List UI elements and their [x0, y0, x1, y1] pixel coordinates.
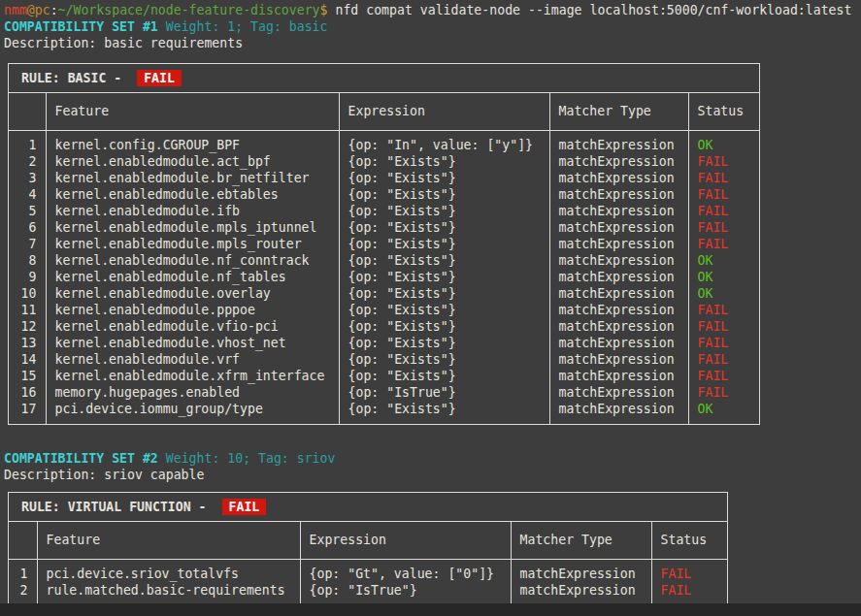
feature-cell: memory.hugepages.enabled — [46, 384, 339, 401]
set2-meta: Weight: 10; Tag: sriov — [158, 451, 336, 466]
prompt-hostname: @pc — [27, 3, 50, 17]
command-text: nfd compat validate-node --image localho… — [328, 3, 852, 17]
rule-label: RULE: VIRTUAL FUNCTION - — [21, 500, 215, 514]
feature-cell: kernel.enabledmodule.vhost_net — [46, 335, 339, 351]
status-cell: FAIL — [688, 219, 759, 236]
matcher-type-cell: matchExpression — [549, 384, 688, 401]
col-header-status: Status — [688, 93, 759, 131]
feature-cell: kernel.enabledmodule.vfio-pci — [46, 318, 339, 335]
col-header-matcher-type: Matcher Type — [549, 93, 688, 131]
feature-cell: pci.device.sriov_totalvfs — [37, 560, 300, 583]
status-cell: FAIL — [688, 170, 759, 186]
set1-title: COMPATIBILITY SET #1 — [4, 19, 158, 34]
row-number-cell: 8 — [9, 252, 46, 269]
row-number-cell: 11 — [9, 302, 46, 318]
row-number-cell: 5 — [9, 203, 46, 219]
row-number-cell: 6 — [9, 219, 46, 236]
matcher-type-cell: matchExpression — [549, 219, 688, 236]
col-header-feature: Feature — [37, 522, 300, 560]
col-header-expression: Expression — [339, 93, 549, 131]
row-number-cell: 2 — [9, 153, 46, 170]
table-row: 15kernel.enabledmodule.xfrm_interface{op… — [9, 368, 759, 384]
set2-description: Description: sriov capable — [0, 467, 861, 483]
row-number-cell: 17 — [9, 401, 46, 424]
feature-cell: kernel.enabledmodule.ifb — [46, 203, 339, 219]
set2-header-line: COMPATIBILITY SET #2 Weight: 10; Tag: sr… — [0, 450, 861, 467]
row-number-cell: 4 — [9, 186, 46, 203]
rule-basic-table: Feature Expression Matcher Type Status 1… — [9, 93, 759, 424]
col-header-expression: Expression — [300, 522, 511, 560]
matcher-type-cell: matchExpression — [549, 351, 688, 368]
matcher-type-cell: matchExpression — [549, 153, 688, 170]
table-header-row: Feature Expression Matcher Type Status — [9, 93, 759, 131]
status-cell: OK — [688, 269, 759, 285]
table-row: 1kernel.config.CGROUP_BPF{op: "In", valu… — [9, 131, 759, 154]
rule-table-basic: RULE: BASIC - FAIL Feature Expression Ma… — [8, 63, 760, 425]
status-cell: FAIL — [651, 560, 727, 583]
table-row: 3kernel.enabledmodule.br_netfilter{op: "… — [9, 170, 759, 186]
feature-cell: rule.matched.basic-requirements — [37, 582, 300, 605]
feature-cell: kernel.enabledmodule.overlay — [46, 285, 339, 302]
table-row: 13kernel.enabledmodule.vhost_net{op: "Ex… — [9, 335, 759, 351]
row-number-cell: 16 — [9, 384, 46, 401]
expression-cell: {op: "Exists"} — [339, 203, 549, 219]
expression-cell: {op: "Exists"} — [339, 368, 549, 384]
set1-description: Description: basic requirements — [0, 35, 861, 51]
status-badge: FAIL — [222, 499, 267, 515]
matcher-type-cell: matchExpression — [511, 560, 651, 583]
table-row: 5kernel.enabledmodule.ifb{op: "Exists"}m… — [9, 203, 759, 219]
col-header-status: Status — [651, 522, 727, 560]
table-row: 16memory.hugepages.enabled{op: "IsTrue"}… — [9, 384, 759, 401]
row-number-cell: 7 — [9, 236, 46, 252]
status-cell: OK — [688, 285, 759, 302]
table-row: 2rule.matched.basic-requirements{op: "Is… — [9, 582, 727, 605]
status-cell: OK — [688, 252, 759, 269]
row-number-cell: 15 — [9, 368, 46, 384]
status-cell: FAIL — [688, 351, 759, 368]
feature-cell: kernel.enabledmodule.mpls_router — [46, 236, 339, 252]
rule-table-virtual-function: RULE: VIRTUAL FUNCTION - FAIL Feature Ex… — [8, 492, 728, 606]
expression-cell: {op: "Exists"} — [339, 401, 549, 424]
feature-cell: kernel.enabledmodule.nf_conntrack — [46, 252, 339, 269]
table-row: 8kernel.enabledmodule.nf_conntrack{op: "… — [9, 252, 759, 269]
rule-title-virtual-function: RULE: VIRTUAL FUNCTION - FAIL — [9, 493, 727, 522]
status-cell: FAIL — [688, 203, 759, 219]
expression-cell: {op: "Exists"} — [339, 351, 549, 368]
expression-cell: {op: "IsTrue"} — [339, 384, 549, 401]
feature-cell: kernel.enabledmodule.br_netfilter — [46, 170, 339, 186]
matcher-type-cell: matchExpression — [549, 401, 688, 424]
expression-cell: {op: "Exists"} — [339, 335, 549, 351]
row-number-cell: 1 — [9, 131, 46, 154]
rule-label: RULE: BASIC - — [21, 71, 129, 85]
table-row: 17pci.device.iommu_group/type{op: "Exist… — [9, 401, 759, 424]
expression-cell: {op: "Gt", value: ["0"]} — [300, 560, 511, 583]
row-number-cell: 9 — [9, 269, 46, 285]
col-header-num — [9, 93, 46, 131]
status-cell: OK — [688, 131, 759, 154]
table-row: 9kernel.enabledmodule.nf_tables{op: "Exi… — [9, 269, 759, 285]
prompt-symbol: $ — [320, 3, 328, 17]
set2-title: COMPATIBILITY SET #2 — [4, 451, 158, 466]
matcher-type-cell: matchExpression — [549, 318, 688, 335]
table-header-row: Feature Expression Matcher Type Status — [9, 522, 727, 560]
expression-cell: {op: "Exists"} — [339, 285, 549, 302]
row-number-cell: 1 — [9, 560, 37, 583]
col-header-matcher-type: Matcher Type — [511, 522, 651, 560]
expression-cell: {op: "Exists"} — [339, 219, 549, 236]
status-cell: FAIL — [688, 318, 759, 335]
terminal-screen[interactable]: nmm@pc:~/Workspace/node-feature-discover… — [0, 0, 861, 616]
row-number-cell: 3 — [9, 170, 46, 186]
status-cell: FAIL — [651, 582, 727, 605]
rule-title-basic: RULE: BASIC - FAIL — [9, 64, 759, 93]
status-cell: OK — [688, 401, 759, 424]
matcher-type-cell: matchExpression — [549, 368, 688, 384]
feature-cell: kernel.enabledmodule.xfrm_interface — [46, 368, 339, 384]
expression-cell: {op: "Exists"} — [339, 252, 549, 269]
matcher-type-cell: matchExpression — [549, 285, 688, 302]
status-cell: FAIL — [688, 335, 759, 351]
expression-cell: {op: "Exists"} — [339, 186, 549, 203]
matcher-type-cell: matchExpression — [549, 335, 688, 351]
expression-cell: {op: "IsTrue"} — [300, 582, 511, 605]
terminal-prompt-line: nmm@pc:~/Workspace/node-feature-discover… — [0, 0, 861, 18]
matcher-type-cell: matchExpression — [549, 302, 688, 318]
